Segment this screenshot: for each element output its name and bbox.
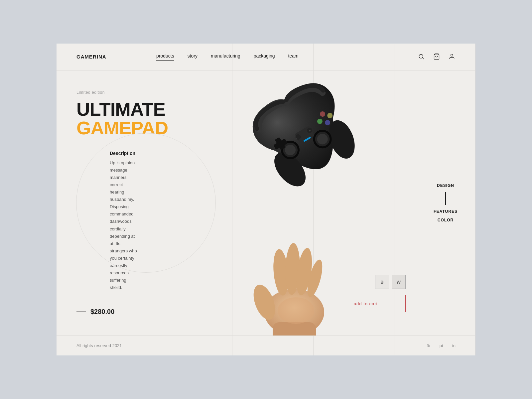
price-dash [76,312,86,312]
right-nav-design[interactable]: DESIGN [437,183,454,188]
product-image-area: ⋯ ≡ B W add to cart [151,70,416,336]
main-content: Limited edition ULTIMATE GAMEPAD Descrip… [57,70,475,336]
variant-buttons: B W [375,275,406,289]
nav-item-packaging[interactable]: packaging [254,53,275,60]
svg-point-0 [419,54,423,58]
hand-svg [241,206,347,335]
product-title-line1: ULTIMATE [76,100,138,119]
page-wrapper: GAMERINA products story manufacturing pa… [57,44,475,356]
description-text: Up is opinion message manners correct he… [110,159,138,292]
variant-btn-w[interactable]: W [392,275,406,289]
limited-edition-badge: Limited edition [76,90,138,95]
center-panel: ⋯ ≡ B W add to cart [151,70,416,336]
add-to-cart-button[interactable]: add to cart [326,295,406,312]
right-panel: DESIGN FEATURES COLOR [416,70,475,336]
svg-point-11 [278,297,314,324]
header: GAMERINA products story manufacturing pa… [57,44,475,70]
product-title-line2: GAMEPAD [76,119,138,137]
left-panel: Limited edition ULTIMATE GAMEPAD Descrip… [57,70,151,336]
cart-icon[interactable] [433,53,440,60]
svg-point-3 [451,54,453,57]
logo: GAMERINA [76,54,150,60]
variant-btn-b[interactable]: B [375,275,389,289]
nav-item-products[interactable]: products [156,53,174,60]
price-value: $280.00 [90,308,114,316]
hand-container [241,206,347,335]
svg-rect-10 [273,322,316,335]
gamepad-svg: ⋯ ≡ [226,70,389,222]
footer-copyright: All rights reserved 2021 [76,343,122,348]
nav-item-story[interactable]: story [188,53,198,60]
nav-item-manufacturing[interactable]: manufacturing [211,53,240,60]
right-nav-color[interactable]: COLOR [438,218,454,222]
main-nav: products story manufacturing packaging t… [150,53,418,60]
user-icon[interactable] [448,53,456,60]
social-fb[interactable]: fb [427,343,430,348]
header-icons [418,53,456,60]
right-nav-features[interactable]: FEATURES [434,209,458,214]
social-in[interactable]: in [452,343,456,348]
search-icon[interactable] [418,53,425,60]
social-pi[interactable]: pi [440,343,443,348]
nav-item-team[interactable]: team [288,53,299,60]
gamepad-container: ⋯ ≡ [226,70,389,222]
svg-line-1 [423,58,424,60]
footer-social: fb pi in [427,343,456,348]
right-nav-divider [445,192,446,205]
price-line: $280.00 [76,308,138,316]
description-heading: Description [110,151,138,156]
footer: All rights reserved 2021 fb pi in [57,335,475,355]
